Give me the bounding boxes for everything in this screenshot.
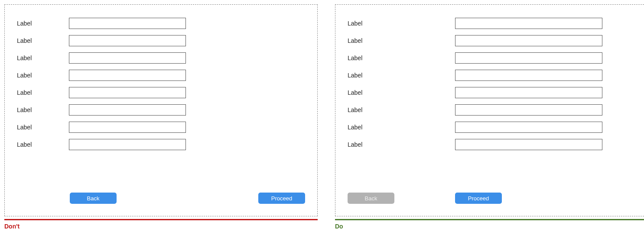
text-input[interactable] <box>455 139 602 150</box>
form-row: Label <box>17 87 305 98</box>
field-label: Label <box>17 124 69 131</box>
input-wrap <box>455 122 602 133</box>
do-button-row: Back Proceed <box>348 193 636 204</box>
form-row: Label <box>348 35 636 46</box>
text-input[interactable] <box>455 104 602 116</box>
back-button[interactable]: Back <box>70 193 117 204</box>
dont-caption-bar: Don't <box>4 219 318 230</box>
field-label: Label <box>348 37 400 44</box>
field-label: Label <box>17 141 69 148</box>
do-form: Label Label Label Label Label <box>348 18 636 150</box>
do-panel-wrapper: Label Label Label Label Label <box>335 4 644 230</box>
form-row: Label <box>348 70 636 81</box>
form-row: Label <box>17 70 305 81</box>
text-input[interactable] <box>455 70 602 81</box>
form-row: Label <box>348 122 636 133</box>
field-label: Label <box>348 106 400 113</box>
text-input[interactable] <box>69 52 186 64</box>
field-label: Label <box>348 55 400 61</box>
text-input[interactable] <box>69 35 186 46</box>
form-row: Label <box>348 104 636 116</box>
field-label: Label <box>17 20 69 27</box>
do-underline <box>335 219 644 220</box>
dont-underline <box>4 219 318 220</box>
dont-form: Label Label Label Label Label <box>17 18 305 150</box>
do-caption-bar: Do <box>335 219 644 230</box>
comparison-container: Label Label Label Label Label <box>4 4 644 230</box>
text-input[interactable] <box>455 18 602 29</box>
proceed-button[interactable]: Proceed <box>258 193 305 204</box>
input-wrap <box>455 52 602 64</box>
input-wrap <box>455 70 602 81</box>
field-label: Label <box>17 89 69 96</box>
form-row: Label <box>17 52 305 64</box>
input-wrap <box>455 18 602 29</box>
text-input[interactable] <box>455 52 602 64</box>
text-input[interactable] <box>69 18 186 29</box>
dont-panel-wrapper: Label Label Label Label Label <box>4 4 318 230</box>
field-label: Label <box>348 141 400 148</box>
form-row: Label <box>17 35 305 46</box>
do-panel: Label Label Label Label Label <box>335 4 644 216</box>
text-input[interactable] <box>69 139 186 150</box>
input-wrap <box>455 139 602 150</box>
field-label: Label <box>17 37 69 44</box>
form-row: Label <box>348 87 636 98</box>
input-wrap <box>455 87 602 98</box>
field-label: Label <box>348 89 400 96</box>
field-label: Label <box>348 20 400 27</box>
input-wrap <box>455 104 602 116</box>
do-caption: Do <box>335 223 644 230</box>
input-wrap <box>455 35 602 46</box>
form-row: Label <box>17 139 305 150</box>
form-row: Label <box>348 18 636 29</box>
field-label: Label <box>348 72 400 79</box>
text-input[interactable] <box>69 87 186 98</box>
text-input[interactable] <box>69 122 186 133</box>
field-label: Label <box>17 55 69 61</box>
proceed-button[interactable]: Proceed <box>455 193 502 204</box>
back-button-disabled: Back <box>348 193 394 204</box>
form-row: Label <box>348 52 636 64</box>
dont-caption: Don't <box>4 223 318 230</box>
text-input[interactable] <box>69 104 186 116</box>
dont-button-row: Back Proceed <box>17 193 305 204</box>
dont-panel: Label Label Label Label Label <box>4 4 318 216</box>
text-input[interactable] <box>455 87 602 98</box>
form-row: Label <box>348 139 636 150</box>
text-input[interactable] <box>455 35 602 46</box>
field-label: Label <box>17 72 69 79</box>
text-input[interactable] <box>69 70 186 81</box>
form-row: Label <box>17 104 305 116</box>
form-row: Label <box>17 18 305 29</box>
field-label: Label <box>17 106 69 113</box>
form-row: Label <box>17 122 305 133</box>
text-input[interactable] <box>455 122 602 133</box>
field-label: Label <box>348 124 400 131</box>
